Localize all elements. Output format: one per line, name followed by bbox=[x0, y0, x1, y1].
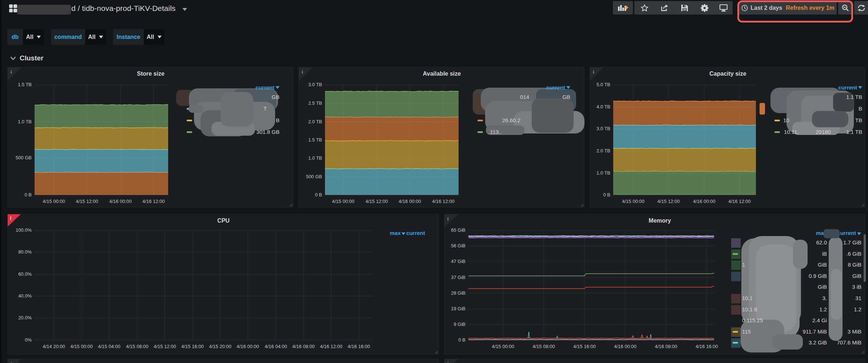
svg-text:3.0 TB: 3.0 TB bbox=[596, 126, 610, 131]
svg-text:4/15 12:00: 4/15 12:00 bbox=[365, 199, 388, 204]
svg-text:4/15 04:00: 4/15 04:00 bbox=[98, 344, 120, 349]
svg-text:3 MiB: 3 MiB bbox=[848, 328, 861, 335]
svg-text:T: T bbox=[263, 105, 267, 112]
svg-text:i: i bbox=[447, 361, 449, 363]
svg-text:B: B bbox=[276, 117, 280, 123]
svg-text:4/16 16:00: 4/16 16:00 bbox=[695, 344, 718, 349]
svg-text:1.0 TB: 1.0 TB bbox=[308, 155, 322, 161]
svg-text:0 B: 0 B bbox=[315, 192, 322, 198]
svg-text:CPU: CPU bbox=[217, 218, 230, 224]
svg-text:62.0: 62.0 bbox=[816, 239, 827, 246]
svg-text:20.0%: 20.0% bbox=[18, 315, 32, 320]
svg-text:GB: GB bbox=[562, 94, 570, 100]
svg-text:4/16 08:00: 4/16 08:00 bbox=[655, 344, 677, 349]
svg-text:1.0 TB: 1.0 TB bbox=[18, 119, 32, 124]
svg-text:1.7 GiB: 1.7 GiB bbox=[843, 239, 861, 246]
svg-text:100.0%: 100.0% bbox=[16, 227, 32, 233]
svg-text:current: current bbox=[255, 84, 274, 91]
svg-text:707.6 MiB: 707.6 MiB bbox=[837, 339, 861, 346]
svg-text:4/15 00:00: 4/15 00:00 bbox=[492, 344, 514, 349]
svg-text:0.115.25: 0.115.25 bbox=[742, 317, 763, 323]
svg-text:26.60.2: 26.60.2 bbox=[502, 117, 520, 123]
svg-text:i: i bbox=[593, 69, 594, 75]
svg-text:8 GiB: 8 GiB bbox=[848, 262, 861, 268]
svg-text:4/15 12:00: 4/15 12:00 bbox=[657, 199, 679, 204]
svg-text:current: current bbox=[406, 230, 425, 236]
svg-text:4/15 12:00: 4/15 12:00 bbox=[154, 344, 176, 349]
svg-text:iB: iB bbox=[822, 251, 827, 257]
svg-text:47 GiB: 47 GiB bbox=[451, 259, 465, 264]
svg-text:1: 1 bbox=[742, 262, 745, 268]
svg-text:4/15 08:00: 4/15 08:00 bbox=[126, 344, 148, 349]
svg-text:2.4 Gi: 2.4 Gi bbox=[812, 317, 827, 323]
svg-text:2.5 TB: 2.5 TB bbox=[308, 100, 322, 106]
svg-text:19 GiB: 19 GiB bbox=[451, 306, 465, 311]
svg-text:1.1 TB: 1.1 TB bbox=[846, 94, 862, 100]
svg-text:1.2: 1.2 bbox=[854, 306, 861, 312]
svg-text:0 B: 0 B bbox=[24, 192, 32, 198]
svg-text:4/14 20:00: 4/14 20:00 bbox=[43, 344, 65, 349]
svg-text:GiB: GiB bbox=[818, 262, 827, 268]
svg-text:20180: 20180 bbox=[816, 129, 831, 135]
svg-text:10.11.: 10.11. bbox=[784, 129, 799, 135]
svg-text:0 B: 0 B bbox=[603, 192, 610, 198]
svg-text:4/15 00:00: 4/15 00:00 bbox=[70, 344, 92, 349]
svg-text:3 iB: 3 iB bbox=[852, 284, 861, 290]
svg-text:4/16 12:00: 4/16 12:00 bbox=[728, 199, 750, 204]
svg-text:301.8 GB: 301.8 GB bbox=[257, 129, 280, 135]
svg-text:2.0 TB: 2.0 TB bbox=[308, 119, 322, 124]
svg-text:GiB: GiB bbox=[852, 273, 861, 279]
svg-text:5.0 TB: 5.0 TB bbox=[596, 82, 610, 87]
svg-text:4/15 16:00: 4/15 16:00 bbox=[181, 344, 203, 349]
svg-text:Memory: Memory bbox=[649, 218, 671, 224]
svg-text:4/15 16:00: 4/15 16:00 bbox=[573, 344, 595, 349]
svg-text:60.0%: 60.0% bbox=[18, 271, 32, 277]
svg-text:TB: TB bbox=[855, 117, 862, 123]
svg-text:0.9 GiB: 0.9 GiB bbox=[809, 273, 827, 279]
svg-text:0 B: 0 B bbox=[458, 337, 465, 343]
svg-text:4/15 00:00: 4/15 00:00 bbox=[622, 199, 644, 204]
svg-text:65 GiB: 65 GiB bbox=[451, 227, 465, 233]
svg-text:37 GiB: 37 GiB bbox=[451, 275, 465, 280]
svg-text:4/16 00:00: 4/16 00:00 bbox=[109, 199, 131, 204]
svg-text:Store size: Store size bbox=[137, 71, 165, 77]
svg-text:i: i bbox=[447, 216, 449, 222]
svg-text:1.5 TB: 1.5 TB bbox=[308, 137, 322, 143]
svg-text:28 GiB: 28 GiB bbox=[451, 290, 465, 296]
svg-text:115: 115 bbox=[742, 328, 751, 335]
svg-text:9 GiB: 9 GiB bbox=[453, 322, 465, 327]
svg-text:500 GB: 500 GB bbox=[16, 155, 32, 160]
svg-text:4/16 12:00: 4/16 12:00 bbox=[320, 344, 342, 349]
svg-text:3.2 GiB: 3.2 GiB bbox=[809, 339, 827, 346]
svg-text:40.0%: 40.0% bbox=[18, 293, 32, 299]
svg-text:.6 GiB: .6 GiB bbox=[846, 251, 861, 257]
svg-text:4/16 00:00: 4/16 00:00 bbox=[237, 344, 259, 349]
svg-text:500 GB: 500 GB bbox=[306, 174, 322, 179]
svg-text:1.2: 1.2 bbox=[819, 306, 827, 312]
svg-text:max: max bbox=[390, 230, 401, 236]
svg-text:.113..: .113.. bbox=[488, 129, 502, 135]
svg-text:56 GiB: 56 GiB bbox=[451, 243, 465, 248]
svg-text:4/15 00:00: 4/15 00:00 bbox=[43, 199, 65, 204]
svg-text:10.1 6: 10.1 6 bbox=[742, 306, 757, 312]
svg-text:0%: 0% bbox=[25, 337, 32, 343]
svg-text:i: i bbox=[11, 69, 12, 75]
svg-text:Available size: Available size bbox=[423, 71, 461, 77]
svg-text:4/16 16:00: 4/16 16:00 bbox=[348, 344, 370, 349]
svg-text:4/16 08:00: 4/16 08:00 bbox=[292, 344, 314, 349]
svg-text:4/16 00:00: 4/16 00:00 bbox=[399, 199, 421, 204]
svg-text:current: current bbox=[838, 84, 857, 91]
svg-text:1.1 TB: 1.1 TB bbox=[846, 129, 862, 135]
svg-text:4/16 04:00: 4/16 04:00 bbox=[265, 344, 287, 349]
svg-text:4/16 00:00: 4/16 00:00 bbox=[693, 199, 715, 204]
svg-text:31: 31 bbox=[855, 295, 861, 301]
svg-text:1.0 TB: 1.0 TB bbox=[596, 170, 610, 176]
svg-text:1.5 TB: 1.5 TB bbox=[18, 82, 32, 87]
svg-text:4/16 00:00: 4/16 00:00 bbox=[614, 344, 636, 349]
svg-text:B: B bbox=[859, 105, 862, 112]
svg-text:i: i bbox=[11, 361, 12, 363]
svg-text:4/15 20:00: 4/15 20:00 bbox=[209, 344, 231, 349]
svg-text:i: i bbox=[302, 69, 303, 75]
svg-text:014: 014 bbox=[520, 94, 529, 100]
svg-text:4/16 12:00: 4/16 12:00 bbox=[142, 199, 165, 204]
